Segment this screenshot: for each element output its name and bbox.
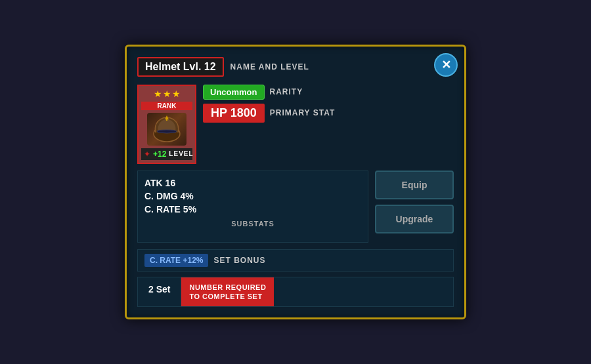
star-3: ★	[172, 89, 181, 99]
substat-crate: C. RATE 5%	[144, 204, 361, 214]
level-value: +12	[153, 150, 166, 159]
stats-side: Uncommon RARITY HP 1800 PRIMARY STAT	[203, 85, 454, 164]
close-button[interactable]: ✕	[434, 53, 458, 77]
main-content: ATK 16 C. DMG 4% C. RATE 5% SUBSTATS Equ…	[137, 171, 454, 243]
set-bonus-row: C. RATE +12% SET BONUS	[137, 249, 454, 272]
set-required-label: NUMBER REQUIREDTO COMPLETE SET	[181, 277, 274, 307]
primary-stat-row: HP 1800 PRIMARY STAT	[203, 104, 454, 123]
item-title: Helmet Lvl. 12	[137, 57, 224, 77]
level-icon: ✦	[144, 150, 150, 159]
rarity-badge: Uncommon	[203, 85, 265, 100]
substats-label: SUBSTATS	[144, 220, 361, 228]
set-required-row: 2 Set NUMBER REQUIREDTO COMPLETE SET	[137, 277, 454, 308]
stars-row: ★ ★ ★	[154, 89, 181, 99]
buttons-side: Equip Upgrade	[375, 171, 454, 243]
star-2: ★	[163, 89, 171, 99]
level-label: LEVEL	[169, 150, 193, 157]
info-row: ★ ★ ★ RANK ✦ +12	[137, 85, 454, 164]
name-level-label: NAME AND LEVEL	[230, 62, 309, 71]
primary-stat-label: PRIMARY STAT	[270, 108, 336, 117]
rarity-label: RARITY	[270, 87, 303, 96]
upgrade-button[interactable]: Upgrade	[375, 205, 454, 233]
helmet-icon	[147, 113, 186, 146]
substat-atk: ATK 16	[144, 178, 361, 188]
rarity-row: Uncommon RARITY	[203, 85, 454, 100]
set-bonus-label: SET BONUS	[213, 256, 265, 265]
title-row: Helmet Lvl. 12 NAME AND LEVEL	[137, 57, 454, 77]
item-image-box: ★ ★ ★ RANK ✦ +12	[137, 85, 196, 164]
set-bonus-value: C. RATE +12%	[144, 254, 208, 267]
substat-cdmg: C. DMG 4%	[144, 191, 361, 201]
rank-label: RANK	[141, 102, 192, 110]
set-number: 2 Set	[138, 277, 181, 307]
equip-button[interactable]: Equip	[375, 171, 454, 199]
helmet-svg	[150, 114, 183, 144]
item-detail-panel: ✕ Helmet Lvl. 12 NAME AND LEVEL ★ ★ ★ RA…	[125, 45, 466, 320]
primary-stat-value: HP 1800	[203, 104, 265, 123]
substats-box: ATK 16 C. DMG 4% C. RATE 5% SUBSTATS	[137, 171, 368, 243]
level-row: ✦ +12 LEVEL	[141, 148, 192, 160]
star-1: ★	[154, 89, 162, 99]
